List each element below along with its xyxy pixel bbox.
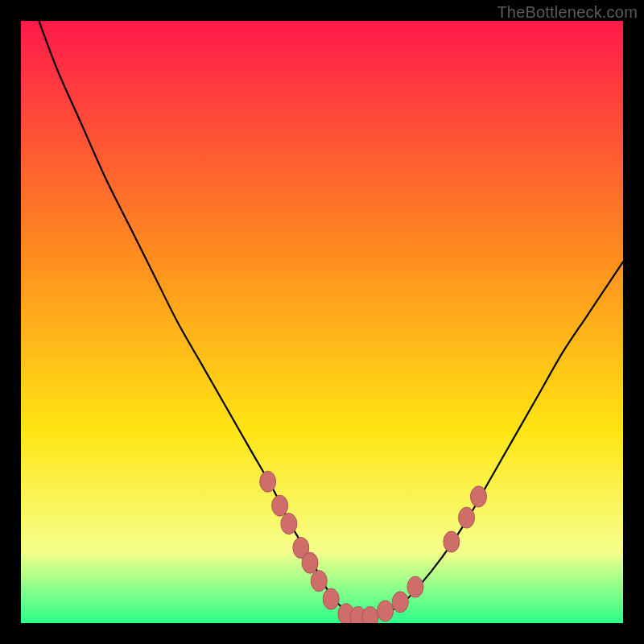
curve-marker [407,576,423,597]
curve-marker [281,514,297,535]
curve-marker [272,495,288,516]
bottleneck-chart [21,21,623,623]
curve-marker [311,571,327,592]
curve-marker [362,607,378,623]
plot-area [21,21,623,623]
gradient-background [21,21,623,623]
curve-marker [392,592,408,613]
curve-marker [470,486,486,507]
curve-marker [459,507,475,528]
curve-marker [260,471,276,492]
curve-marker [323,588,339,609]
curve-marker [302,552,318,573]
chart-frame: TheBottleneck.com [0,0,644,644]
attribution-text: TheBottleneck.com [497,3,638,22]
curve-marker [444,531,460,552]
curve-marker [378,601,394,621]
